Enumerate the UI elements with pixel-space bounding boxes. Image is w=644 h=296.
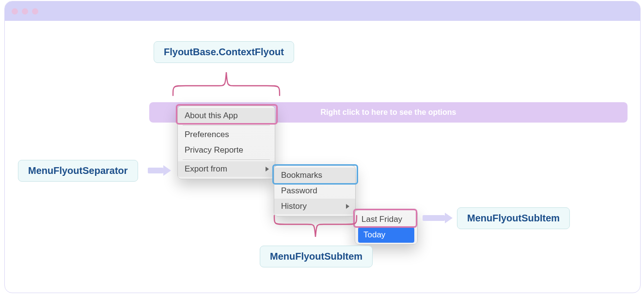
- menu-item-label: Bookmarks: [281, 171, 322, 180]
- menu-item-about[interactable]: About this App: [178, 108, 275, 124]
- tag-separator: MenuFlyoutSeparator: [18, 160, 138, 182]
- tag-context-flyout: FlyoutBase.ContextFlyout: [154, 41, 294, 63]
- menu-item-label: Today: [363, 230, 385, 239]
- menu-item-privacy[interactable]: Privacy Reporte: [178, 142, 275, 158]
- menu-item-preferences[interactable]: Preferences: [178, 127, 275, 142]
- tag-label: FlyoutBase.ContextFlyout: [164, 47, 284, 57]
- submenu-export: Bookmarks Password History: [274, 165, 356, 217]
- traffic-light-close-icon[interactable]: [12, 8, 18, 15]
- menu-separator: [183, 125, 270, 125]
- tag-subitem-bottom: MenuFlyoutSubItem: [260, 246, 373, 267]
- tag-label: MenuFlyoutSubItem: [270, 251, 362, 262]
- menu-item-last-friday[interactable]: Last Friday: [357, 212, 416, 227]
- menu-item-today[interactable]: Today: [358, 227, 414, 243]
- app-window: Right click to here to see the options A…: [4, 1, 641, 293]
- brace-bottom-icon: [272, 214, 359, 241]
- menu-item-label: Password: [281, 186, 317, 195]
- arrow-right-icon: [148, 166, 171, 175]
- context-menu: About this App Preferences Privacy Repor…: [177, 106, 275, 179]
- menu-separator: [183, 159, 270, 160]
- context-hint-text: Right click to here to see the options: [320, 108, 456, 117]
- chevron-right-icon: [266, 167, 269, 171]
- window-content: Right click to here to see the options A…: [5, 21, 640, 293]
- brace-top-icon: [171, 68, 282, 97]
- menu-item-history[interactable]: History: [274, 199, 355, 214]
- traffic-light-min-icon[interactable]: [22, 8, 28, 15]
- tag-label: MenuFlyoutSubItem: [467, 213, 560, 223]
- arrow-right-icon: [423, 214, 453, 222]
- window-titlebar: [5, 1, 640, 21]
- menu-item-password[interactable]: Password: [274, 183, 355, 199]
- menu-item-label: Export from: [185, 164, 227, 173]
- menu-item-label: About this App: [185, 111, 238, 120]
- chevron-right-icon: [346, 204, 349, 209]
- submenu-history: Last Friday Today: [355, 210, 418, 245]
- menu-item-label: History: [281, 202, 307, 211]
- menu-item-label: Privacy Reporte: [185, 145, 243, 155]
- tag-subitem-right: MenuFlyoutSubItem: [457, 207, 570, 229]
- menu-item-label: Last Friday: [361, 215, 402, 224]
- menu-item-export[interactable]: Export from: [178, 161, 275, 177]
- diagram-canvas: Right click to here to see the options A…: [0, 0, 644, 296]
- menu-item-bookmarks[interactable]: Bookmarks: [274, 168, 355, 183]
- menu-item-label: Preferences: [185, 130, 229, 139]
- traffic-light-max-icon[interactable]: [32, 8, 38, 15]
- tag-label: MenuFlyoutSeparator: [28, 165, 128, 176]
